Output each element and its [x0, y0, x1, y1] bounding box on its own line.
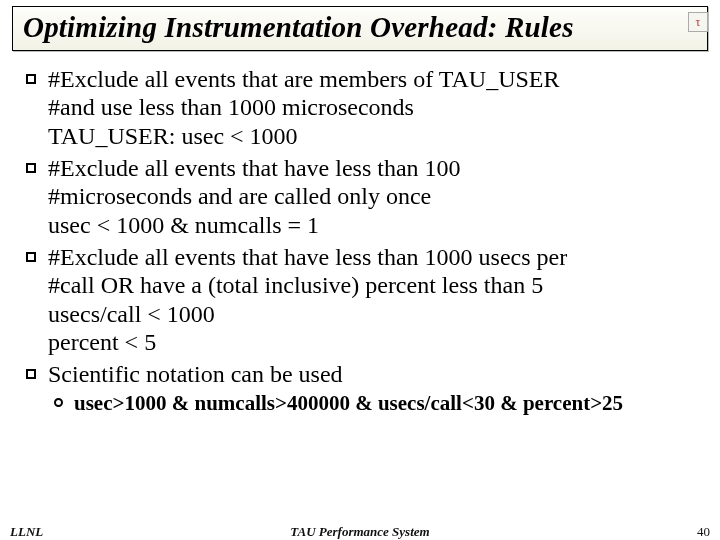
bullet-item: Scientific notation can be used usec>100… — [22, 360, 698, 417]
bullet-line: Scientific notation can be used — [48, 360, 698, 388]
bullet-line: #microseconds and are called only once — [48, 182, 698, 210]
bullet-line: #Exclude all events that have less than … — [48, 243, 698, 271]
bullet-line: #call OR have a (total inclusive) percen… — [48, 271, 698, 299]
bullet-item: #Exclude all events that have less than … — [22, 154, 698, 239]
tau-logo: τ — [688, 12, 708, 32]
sub-bullet-line: usec>1000 & numcalls>400000 & usecs/call… — [74, 391, 623, 415]
sub-bullet-item: usec>1000 & numcalls>400000 & usecs/call… — [48, 390, 698, 416]
bullet-line: usec < 1000 & numcalls = 1 — [48, 211, 698, 239]
bullet-line: percent < 5 — [48, 328, 698, 356]
footer-right: 40 — [697, 524, 710, 540]
slide-title: Optimizing Instrumentation Overhead: Rul… — [23, 11, 574, 43]
bullet-list: #Exclude all events that are members of … — [22, 65, 698, 417]
bullet-line: usecs/call < 1000 — [48, 300, 698, 328]
bullet-line: #and use less than 1000 microseconds — [48, 93, 698, 121]
footer-center: TAU Performance System — [0, 524, 720, 540]
slide: τ Optimizing Instrumentation Overhead: R… — [0, 6, 720, 540]
title-bar: Optimizing Instrumentation Overhead: Rul… — [12, 6, 708, 51]
sub-bullet-list: usec>1000 & numcalls>400000 & usecs/call… — [48, 390, 698, 416]
bullet-line: TAU_USER: usec < 1000 — [48, 122, 698, 150]
bullet-line: #Exclude all events that have less than … — [48, 154, 698, 182]
bullet-line: #Exclude all events that are members of … — [48, 65, 698, 93]
bullet-item: #Exclude all events that have less than … — [22, 243, 698, 356]
bullet-item: #Exclude all events that are members of … — [22, 65, 698, 150]
slide-body: #Exclude all events that are members of … — [0, 51, 720, 417]
